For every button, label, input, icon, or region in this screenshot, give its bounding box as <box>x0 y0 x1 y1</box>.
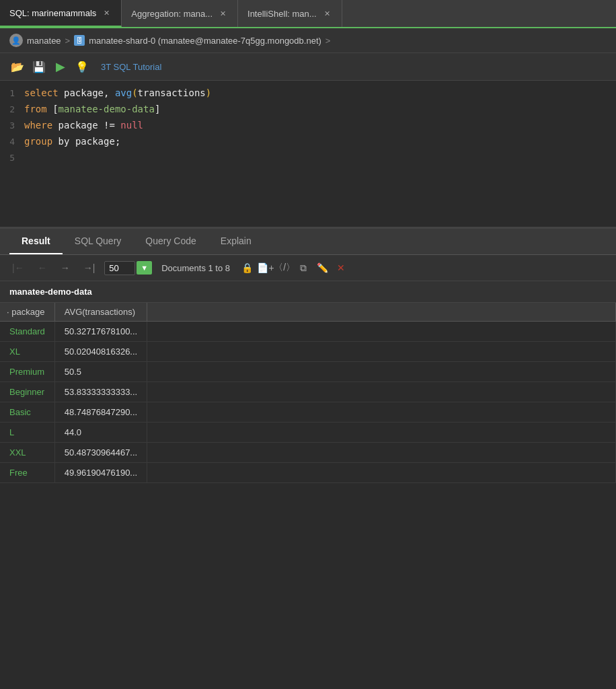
col-header-package: · package <box>0 303 54 322</box>
edit-json-button[interactable]: 〈/〉 <box>276 259 293 277</box>
editor-line-2: 2 from [manatee-demo-data] <box>0 104 616 120</box>
line-num-2: 2 <box>0 104 24 114</box>
doc-count-label: Documents 1 to 8 <box>161 263 230 273</box>
cell-package: Premium <box>0 362 54 382</box>
tab-intellishell-label: IntelliShell: man... <box>247 9 317 19</box>
duplicate-button[interactable]: ⧉ <box>295 259 312 277</box>
cell-package: XXL <box>0 443 54 463</box>
tab-shell-close[interactable]: ✕ <box>322 9 332 19</box>
breadcrumb-arrow2: > <box>325 36 331 46</box>
table-header-row: · package AVG(transactions) <box>0 303 616 322</box>
tab-aggregation[interactable]: Aggregation: mana... ✕ <box>122 0 238 27</box>
open-folder-button[interactable]: 📂 <box>8 57 27 76</box>
tab-result[interactable]: Result <box>9 229 63 254</box>
result-tabs: Result SQL Query Query Code Explain <box>0 229 616 255</box>
tab-sql-query[interactable]: SQL Query <box>63 229 134 254</box>
col-header-avg: AVG(transactions) <box>54 303 147 322</box>
user-icon: 👤 <box>9 34 23 47</box>
cell-package: Free <box>0 463 54 483</box>
line-num-1: 1 <box>0 88 24 98</box>
tab-intellishell[interactable]: IntelliShell: man... ✕ <box>238 0 342 27</box>
tutorial-link[interactable]: 3T SQL Tutorial <box>101 62 161 72</box>
nav-last-button[interactable]: →| <box>79 261 100 275</box>
result-toolbar-icons: 🔒 📄+ 〈/〉 ⧉ ✏️ ✕ <box>238 259 350 277</box>
tab-explain[interactable]: Explain <box>208 229 264 254</box>
cell-empty <box>147 322 616 342</box>
pagination-bar: |← ← → →| ▼ Documents 1 to 8 🔒 📄+ 〈/〉 ⧉ … <box>0 255 616 281</box>
hint-button[interactable]: 💡 <box>73 57 91 76</box>
edit-button[interactable]: ✏️ <box>313 259 331 277</box>
breadcrumb-connection[interactable]: manatee-shard-0 (manatee@manatee-7q5gg.m… <box>89 36 321 46</box>
page-size-input[interactable] <box>104 261 135 275</box>
breadcrumb-arrow1: > <box>65 36 71 46</box>
table-row[interactable]: L 44.0 <box>0 423 616 443</box>
cell-package: Beginner <box>0 382 54 402</box>
col-header-empty <box>147 303 616 322</box>
cell-empty <box>147 423 616 443</box>
nav-first-button[interactable]: |← <box>8 261 28 275</box>
cell-avg: 44.0 <box>54 423 147 443</box>
tab-bar: SQL: marinemammals ✕ Aggregation: mana..… <box>0 0 616 28</box>
save-button[interactable]: 💾 <box>30 57 48 76</box>
line-num-4: 4 <box>0 137 24 147</box>
toolbar: 📂 💾 ▶ 💡 3T SQL Tutorial <box>0 53 616 81</box>
page-size-control: ▼ <box>104 261 152 275</box>
cell-avg: 50.02040816326... <box>54 342 147 362</box>
tab-sql[interactable]: SQL: marinemammals ✕ <box>0 0 122 27</box>
cell-avg: 53.83333333333... <box>54 382 147 402</box>
line-num-3: 3 <box>0 120 24 131</box>
breadcrumb: 👤 manatee > 🗄 manatee-shard-0 (manatee@m… <box>0 28 616 53</box>
cell-empty <box>147 382 616 402</box>
page-size-dropdown-button[interactable]: ▼ <box>137 261 152 275</box>
tab-query-code[interactable]: Query Code <box>133 229 208 254</box>
editor-line-4: 4 group by package; <box>0 136 616 152</box>
cell-avg: 50.5 <box>54 362 147 382</box>
table-row[interactable]: Free 49.96190476190... <box>0 463 616 483</box>
cell-package: XL <box>0 342 54 362</box>
delete-button[interactable]: ✕ <box>332 259 350 277</box>
cell-package: L <box>0 423 54 443</box>
line-num-5: 5 <box>0 153 24 163</box>
database-icon: 🗄 <box>74 35 85 46</box>
editor-line-5: 5 <box>0 152 616 168</box>
tab-aggregation-label: Aggregation: mana... <box>131 9 213 19</box>
table-row[interactable]: Beginner 53.83333333333... <box>0 382 616 402</box>
table-row[interactable]: XXL 50.48730964467... <box>0 443 616 463</box>
results-table: · package AVG(transactions) Standard 50.… <box>0 303 616 483</box>
tab-agg-close[interactable]: ✕ <box>218 9 228 19</box>
cell-package: Standard <box>0 322 54 342</box>
table-row[interactable]: Premium 50.5 <box>0 362 616 382</box>
nav-next-button[interactable]: → <box>56 261 74 275</box>
code-editor[interactable]: 1 select package, avg(transactions) 2 fr… <box>0 81 616 229</box>
table-row[interactable]: Standard 50.32717678100... <box>0 322 616 342</box>
cell-empty <box>147 362 616 382</box>
table-row[interactable]: XL 50.02040816326... <box>0 342 616 362</box>
add-document-button[interactable]: 📄+ <box>257 259 274 277</box>
cell-avg: 49.96190476190... <box>54 463 147 483</box>
cell-empty <box>147 402 616 423</box>
cell-empty <box>147 443 616 463</box>
tab-sql-label: SQL: marinemammals <box>9 8 96 18</box>
nav-prev-button[interactable]: ← <box>34 261 51 275</box>
editor-line-3: 3 where package != null <box>0 120 616 136</box>
cell-empty <box>147 342 616 362</box>
data-area: manatee-demo-data · package AVG(transact… <box>0 281 616 483</box>
cell-avg: 50.48730964467... <box>54 443 147 463</box>
editor-line-1: 1 select package, avg(transactions) <box>0 87 616 104</box>
table-row[interactable]: Basic 48.74876847290... <box>0 402 616 423</box>
cell-empty <box>147 463 616 483</box>
run-button[interactable]: ▶ <box>51 57 70 76</box>
breadcrumb-user: manatee <box>27 36 61 46</box>
cell-avg: 50.32717678100... <box>54 322 147 342</box>
cell-package: Basic <box>0 402 54 423</box>
cell-avg: 48.74876847290... <box>54 402 147 423</box>
lock-icon-button[interactable]: 🔒 <box>238 259 256 277</box>
collection-name: manatee-demo-data <box>0 281 616 303</box>
tab-sql-close[interactable]: ✕ <box>102 8 112 18</box>
